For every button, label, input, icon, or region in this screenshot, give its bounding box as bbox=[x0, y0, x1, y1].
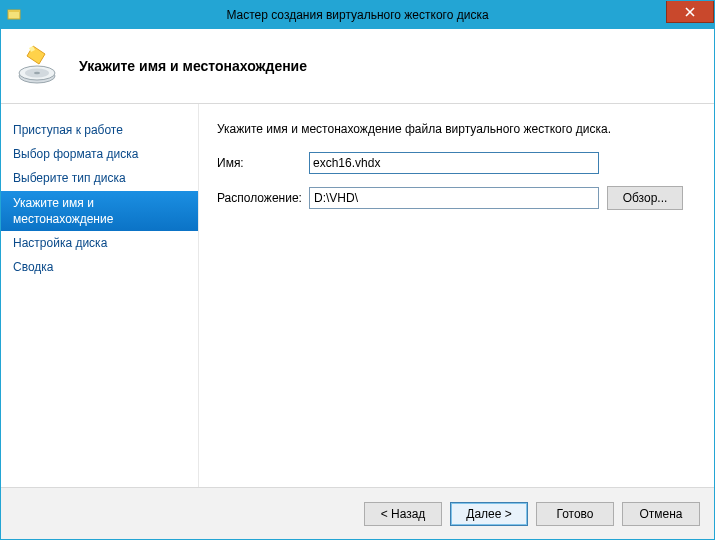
name-row: Имя: exch16.vhdx bbox=[217, 152, 698, 174]
app-icon bbox=[7, 7, 23, 23]
titlebar: Мастер создания виртуального жесткого ди… bbox=[1, 1, 714, 29]
disk-icon bbox=[15, 44, 59, 88]
wizard-content: Укажите имя и местонахождение файла вирт… bbox=[199, 104, 714, 487]
sidebar-step-type[interactable]: Выберите тип диска bbox=[1, 166, 198, 190]
steps-sidebar: Приступая к работе Выбор формата диска В… bbox=[1, 104, 199, 487]
svg-point-9 bbox=[34, 72, 40, 74]
finish-button[interactable]: Готово bbox=[536, 502, 614, 526]
cancel-button[interactable]: Отмена bbox=[622, 502, 700, 526]
sidebar-step-name-location[interactable]: Укажите имя и местонахождение bbox=[1, 191, 198, 231]
page-title: Укажите имя и местонахождение bbox=[79, 58, 307, 74]
sidebar-step-summary[interactable]: Сводка bbox=[1, 255, 198, 279]
content-description: Укажите имя и местонахождение файла вирт… bbox=[217, 122, 698, 136]
next-button[interactable]: Далее > bbox=[450, 502, 528, 526]
close-button[interactable] bbox=[666, 1, 714, 23]
wizard-window: Мастер создания виртуального жесткого ди… bbox=[0, 0, 715, 540]
window-title: Мастер создания виртуального жесткого ди… bbox=[1, 8, 714, 22]
sidebar-step-configure[interactable]: Настройка диска bbox=[1, 231, 198, 255]
location-label: Расположение: bbox=[217, 191, 309, 205]
wizard-footer: < Назад Далее > Готово Отмена bbox=[1, 487, 714, 539]
sidebar-step-start[interactable]: Приступая к работе bbox=[1, 118, 198, 142]
sidebar-step-format[interactable]: Выбор формата диска bbox=[1, 142, 198, 166]
browse-button[interactable]: Обзор... bbox=[607, 186, 683, 210]
name-label: Имя: bbox=[217, 156, 309, 170]
back-button[interactable]: < Назад bbox=[364, 502, 442, 526]
name-input[interactable]: exch16.vhdx bbox=[309, 152, 599, 174]
name-input-selection: exch16.vhdx bbox=[313, 156, 380, 170]
location-input[interactable] bbox=[309, 187, 599, 209]
wizard-body: Приступая к работе Выбор формата диска В… bbox=[1, 104, 714, 487]
location-row: Расположение: Обзор... bbox=[217, 186, 698, 210]
svg-rect-1 bbox=[8, 10, 20, 12]
wizard-header: Укажите имя и местонахождение bbox=[1, 29, 714, 104]
